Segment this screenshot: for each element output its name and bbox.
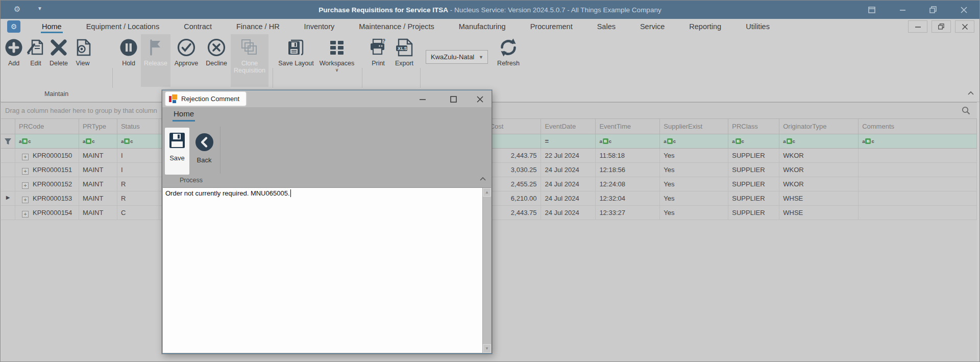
grid-cell[interactable] — [859, 177, 977, 191]
grid-cell[interactable] — [859, 191, 977, 205]
expand-plus-icon[interactable]: + — [22, 154, 29, 160]
filter-cell-eventtime[interactable]: aBc — [596, 134, 660, 148]
filter-cell-originatortype[interactable]: aBc — [779, 134, 859, 148]
grid-cell[interactable]: WKOR — [779, 177, 859, 191]
grid-cell[interactable]: 24 Jul 2024 — [541, 163, 596, 177]
grid-cell[interactable]: Yes — [660, 149, 728, 162]
grid-cell[interactable]: 24 Jul 2024 — [541, 206, 596, 220]
grid-cell[interactable]: 24 Jul 2024 — [541, 191, 596, 205]
column-header-supplierexist[interactable]: SupplierExist — [660, 119, 728, 134]
grid-cell[interactable]: MAINT — [79, 206, 117, 220]
textarea-scrollbar[interactable]: ▲ ▼ — [482, 188, 491, 353]
ribbon-collapse-chevron-icon[interactable] — [968, 91, 974, 95]
column-header-prclass[interactable]: PRClass — [728, 119, 779, 134]
dialog-back-button[interactable]: Back — [192, 128, 216, 175]
add-button[interactable]: Add — [3, 34, 25, 67]
grid-cell[interactable] — [859, 163, 977, 177]
tab-service[interactable]: Service — [628, 19, 677, 34]
ribbon-minimize-icon[interactable] — [908, 20, 927, 33]
grid-cell[interactable]: 12:24:08 — [596, 177, 660, 191]
grid-cell[interactable]: 22 Jul 2024 — [541, 149, 596, 162]
expand-plus-icon[interactable]: + — [22, 182, 29, 189]
row-indicator-cell[interactable] — [1, 149, 15, 162]
minimize-icon[interactable] — [896, 4, 909, 15]
grid-cell[interactable]: +KPR0000154 — [15, 206, 79, 220]
tab-finance-hr[interactable]: Finance / HR — [224, 19, 292, 34]
filter-cell-eventdate[interactable]: = — [541, 134, 596, 148]
scroll-up-icon[interactable]: ▲ — [483, 188, 491, 197]
column-header-prtype[interactable]: PRType — [79, 119, 117, 134]
column-header-comments[interactable]: Comments — [859, 119, 977, 134]
grid-cell[interactable]: I — [117, 149, 159, 162]
restore-icon[interactable] — [926, 4, 940, 15]
tab-reporting[interactable]: Reporting — [677, 19, 733, 34]
grid-cell[interactable]: 12:18:56 — [596, 163, 660, 177]
dialog-close-icon[interactable] — [472, 93, 487, 105]
decline-button[interactable]: Decline — [202, 34, 231, 67]
grid-cell[interactable]: 11:58:18 — [596, 149, 660, 162]
grid-cell[interactable]: Yes — [660, 191, 728, 205]
grid-cell[interactable]: Yes — [660, 177, 728, 191]
dialog-save-button[interactable]: Save — [165, 128, 189, 175]
hold-button[interactable]: Hold — [116, 34, 141, 67]
export-button[interactable]: XLS Export — [390, 34, 418, 67]
grid-cell[interactable]: 12:32:04 — [596, 191, 660, 205]
grid-cell[interactable]: R — [117, 191, 159, 205]
grid-cell[interactable]: MAINT — [79, 163, 117, 177]
grid-cell[interactable] — [859, 206, 977, 220]
region-combobox[interactable]: KwaZulu-Natal ▼ — [426, 50, 488, 64]
grid-cell[interactable]: 12:33:27 — [596, 206, 660, 220]
grid-cell[interactable] — [859, 149, 977, 162]
grid-cell[interactable]: +KPR0000151 — [15, 163, 79, 177]
rejection-comment-textarea[interactable]: Order not currently required. MNU065005.… — [163, 187, 491, 353]
grid-cell[interactable]: SUPPLIER — [728, 206, 779, 220]
tab-home[interactable]: Home — [30, 19, 74, 34]
tab-utilities[interactable]: Utilities — [733, 19, 782, 34]
filter-cell-prcode[interactable]: aBc — [15, 134, 79, 148]
dialog-maximize-icon[interactable] — [446, 93, 461, 105]
grid-cell[interactable]: +KPR0000150 — [15, 149, 79, 162]
tab-inventory[interactable]: Inventory — [292, 19, 347, 34]
row-indicator-cell[interactable] — [1, 177, 15, 191]
app-menu-button[interactable]: ⚙ — [7, 20, 20, 33]
grid-cell[interactable]: MAINT — [79, 191, 117, 205]
dialog-collapse-chevron-icon[interactable] — [480, 177, 486, 181]
save-layout-button[interactable]: Save Layout — [277, 34, 315, 67]
approve-button[interactable]: Approve — [170, 34, 202, 67]
grid-cell[interactable]: SUPPLIER — [728, 191, 779, 205]
grid-cell[interactable]: I — [117, 163, 159, 177]
column-header-status[interactable]: Status — [117, 119, 159, 134]
grid-cell[interactable]: R — [117, 177, 159, 191]
tab-equipment-locations[interactable]: Equipment / Locations — [74, 19, 172, 34]
filter-cell[interactable] — [1, 134, 15, 148]
tab-maintenance-projects[interactable]: Maintenance / Projects — [347, 19, 447, 34]
filter-cell-status[interactable]: aBc — [117, 134, 159, 148]
scroll-down-icon[interactable]: ▼ — [483, 344, 491, 353]
column-header-originatortype[interactable]: OriginatorType — [779, 119, 859, 134]
delete-button[interactable]: Delete — [46, 34, 71, 67]
row-indicator-cell[interactable] — [1, 206, 15, 220]
grid-cell[interactable]: C — [117, 206, 159, 220]
tab-procurement[interactable]: Procurement — [518, 19, 585, 34]
column-header-eventtime[interactable]: EventTime — [596, 119, 660, 134]
grid-cell[interactable]: SUPPLIER — [728, 149, 779, 162]
dialog-titlebar[interactable]: Rejection Comment — [162, 90, 492, 107]
workspaces-button[interactable]: Workspaces ∨ — [315, 34, 358, 73]
dock-window-icon[interactable] — [865, 4, 878, 15]
grid-cell[interactable]: SUPPLIER — [728, 177, 779, 191]
dialog-tab-home[interactable]: Home — [174, 109, 194, 118]
filter-cell-prtype[interactable]: aBc — [79, 134, 117, 148]
current-row-arrow-icon[interactable]: ▶ — [1, 191, 15, 205]
expand-plus-icon[interactable]: + — [22, 211, 29, 218]
grid-cell[interactable]: WHSE — [779, 206, 859, 220]
expand-plus-icon[interactable]: + — [22, 168, 29, 175]
filter-cell-supplierexist[interactable]: aBc — [660, 134, 728, 148]
search-icon[interactable] — [961, 106, 971, 115]
grid-cell[interactable]: SUPPLIER — [728, 163, 779, 177]
grid-cell[interactable]: +KPR0000153 — [15, 191, 79, 205]
grid-cell[interactable]: WKOR — [779, 163, 859, 177]
grid-cell[interactable]: WHSE — [779, 191, 859, 205]
grid-cell[interactable]: Yes — [660, 206, 728, 220]
grid-cell[interactable]: 24 Jul 2024 — [541, 177, 596, 191]
grid-cell[interactable]: MAINT — [79, 177, 117, 191]
